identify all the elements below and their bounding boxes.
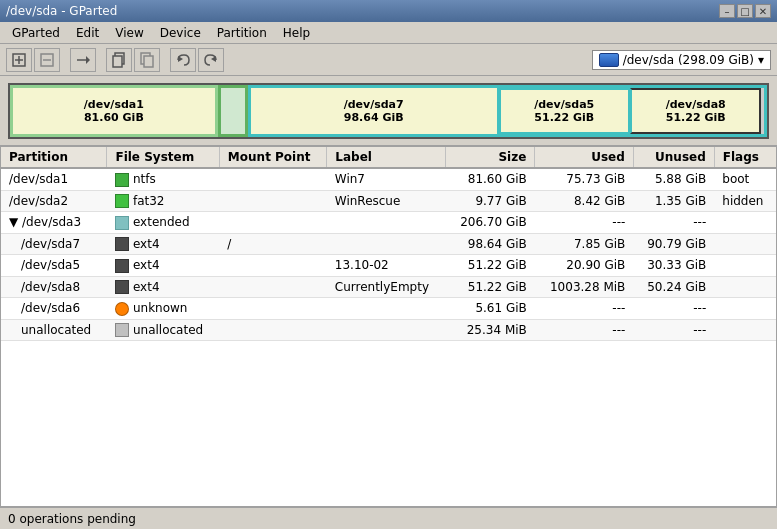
- undo-button[interactable]: [170, 48, 196, 72]
- cell-size: 51.22 GiB: [446, 276, 535, 298]
- cell-size: 81.60 GiB: [446, 168, 535, 190]
- cell-filesystem: unknown: [107, 298, 219, 320]
- disk-partition-sda7[interactable]: /dev/sda7 98.64 GiB: [251, 88, 499, 134]
- col-unused: Unused: [633, 147, 714, 168]
- menu-view[interactable]: View: [107, 24, 151, 42]
- ext4-icon: [115, 237, 129, 251]
- disk-partition-sda5[interactable]: /dev/sda5 51.22 GiB: [499, 88, 630, 134]
- cell-mount: [219, 298, 326, 320]
- redo-button[interactable]: [198, 48, 224, 72]
- disk-bar: /dev/sda1 81.60 GiB /dev/sda7 98.64 GiB …: [8, 83, 769, 139]
- titlebar-title: /dev/sda - GParted: [6, 4, 117, 18]
- partition-table: Partition File System Mount Point Label …: [1, 147, 776, 341]
- cell-flags: boot: [714, 168, 776, 190]
- delete-button[interactable]: [34, 48, 60, 72]
- cell-filesystem: fat32: [107, 190, 219, 212]
- disk-partition-sda8[interactable]: /dev/sda8 51.22 GiB: [630, 88, 761, 134]
- ext4-icon: [115, 280, 129, 294]
- titlebar-controls: – □ ✕: [719, 4, 771, 18]
- cell-label: 13.10-02: [327, 255, 446, 277]
- disk-dropdown-arrow: ▾: [758, 53, 764, 67]
- svg-marker-11: [178, 56, 183, 62]
- svg-rect-10: [144, 56, 153, 67]
- cell-mount: [219, 255, 326, 277]
- new-button[interactable]: [6, 48, 32, 72]
- disk-visual: /dev/sda1 81.60 GiB /dev/sda7 98.64 GiB …: [0, 76, 777, 146]
- cell-filesystem: ntfs: [107, 168, 219, 190]
- toolbar: /dev/sda (298.09 GiB) ▾: [0, 44, 777, 76]
- table-row[interactable]: /dev/sda5 ext4 13.10-02 51.22 GiB 20.90 …: [1, 255, 776, 277]
- disk-partition-sda2[interactable]: [218, 85, 248, 137]
- cell-unused: 30.33 GiB: [633, 255, 714, 277]
- table-row[interactable]: /dev/sda8 ext4 CurrentlyEmpty 51.22 GiB …: [1, 276, 776, 298]
- cell-partition: /dev/sda2: [1, 190, 107, 212]
- cell-unused: 90.79 GiB: [633, 233, 714, 255]
- cell-used: ---: [535, 298, 634, 320]
- cell-used: ---: [535, 212, 634, 234]
- disk-part-sda1-size: 81.60 GiB: [84, 111, 144, 124]
- menu-partition[interactable]: Partition: [209, 24, 275, 42]
- cell-partition: ▼ /dev/sda3: [1, 212, 107, 234]
- cell-partition: /dev/sda7: [1, 233, 107, 255]
- cell-partition: unallocated: [1, 319, 107, 341]
- cell-mount: [219, 168, 326, 190]
- disk-selector[interactable]: /dev/sda (298.09 GiB) ▾: [592, 50, 771, 70]
- ext4-icon: [115, 259, 129, 273]
- col-label: Label: [327, 147, 446, 168]
- cell-partition: /dev/sda1: [1, 168, 107, 190]
- paste-button[interactable]: [134, 48, 160, 72]
- cell-size: 98.64 GiB: [446, 233, 535, 255]
- table-row[interactable]: /dev/sda6 unknown 5.61 GiB --- ---: [1, 298, 776, 320]
- col-mountpoint: Mount Point: [219, 147, 326, 168]
- col-used: Used: [535, 147, 634, 168]
- disk-part-sda5-name: /dev/sda5: [534, 98, 594, 111]
- table-row[interactable]: ▼ /dev/sda3 extended 206.70 GiB --- ---: [1, 212, 776, 234]
- close-button[interactable]: ✕: [755, 4, 771, 18]
- unknown-icon: [115, 302, 129, 316]
- cell-partition: /dev/sda6: [1, 298, 107, 320]
- table-row[interactable]: /dev/sda1 ntfs Win7 81.60 GiB 75.73 GiB …: [1, 168, 776, 190]
- cell-used: 7.85 GiB: [535, 233, 634, 255]
- svg-rect-8: [113, 56, 122, 67]
- svg-marker-6: [86, 56, 90, 64]
- menu-edit[interactable]: Edit: [68, 24, 107, 42]
- disk-part-sda8-size: 51.22 GiB: [666, 111, 726, 124]
- resize-button[interactable]: [70, 48, 96, 72]
- cell-mount: [219, 276, 326, 298]
- col-flags: Flags: [714, 147, 776, 168]
- disk-partition-sda3: /dev/sda7 98.64 GiB /dev/sda5 51.22 GiB …: [248, 85, 767, 137]
- cell-label: CurrentlyEmpty: [327, 276, 446, 298]
- table-row[interactable]: /dev/sda7 ext4 / 98.64 GiB 7.85 GiB 90.7…: [1, 233, 776, 255]
- cell-unused: ---: [633, 212, 714, 234]
- cell-used: 8.42 GiB: [535, 190, 634, 212]
- disk-part-sda7-name: /dev/sda7: [344, 98, 404, 111]
- disk-label: /dev/sda (298.09 GiB): [623, 53, 754, 67]
- cell-used: ---: [535, 319, 634, 341]
- cell-mount: [219, 319, 326, 341]
- cell-mount: [219, 212, 326, 234]
- minimize-button[interactable]: –: [719, 4, 735, 18]
- cell-used: 20.90 GiB: [535, 255, 634, 277]
- cell-used: 1003.28 MiB: [535, 276, 634, 298]
- col-partition: Partition: [1, 147, 107, 168]
- table-row[interactable]: unallocated unallocated 25.34 MiB --- --…: [1, 319, 776, 341]
- cell-flags: [714, 233, 776, 255]
- titlebar: /dev/sda - GParted – □ ✕: [0, 0, 777, 22]
- disk-sda3-inner: /dev/sda7 98.64 GiB /dev/sda5 51.22 GiB …: [251, 88, 764, 134]
- menu-help[interactable]: Help: [275, 24, 318, 42]
- fat32-icon: [115, 194, 129, 208]
- cell-unused: ---: [633, 298, 714, 320]
- menu-device[interactable]: Device: [152, 24, 209, 42]
- disk-partition-sda1[interactable]: /dev/sda1 81.60 GiB: [10, 85, 218, 137]
- cell-flags: hidden: [714, 190, 776, 212]
- cell-unused: 1.35 GiB: [633, 190, 714, 212]
- menu-gparted[interactable]: GParted: [4, 24, 68, 42]
- status-text: 0 operations pending: [8, 512, 136, 526]
- maximize-button[interactable]: □: [737, 4, 753, 18]
- cell-size: 206.70 GiB: [446, 212, 535, 234]
- table-header-row: Partition File System Mount Point Label …: [1, 147, 776, 168]
- disk-unallocated-strip: [761, 88, 764, 134]
- copy-button[interactable]: [106, 48, 132, 72]
- table-row[interactable]: /dev/sda2 fat32 WinRescue 9.77 GiB 8.42 …: [1, 190, 776, 212]
- svg-marker-12: [211, 56, 216, 62]
